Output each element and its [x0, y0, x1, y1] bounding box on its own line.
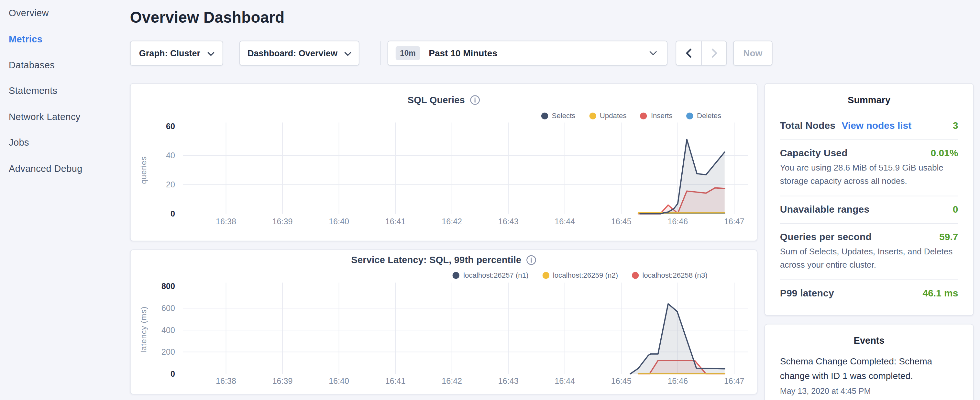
y-tick-label: 0	[170, 369, 175, 378]
series-area-localhost-26257-n1-	[630, 304, 725, 374]
summary-value: 0.01%	[931, 148, 958, 159]
chevron-right-icon	[711, 48, 717, 58]
y-tick-label: 20	[166, 180, 175, 189]
summary-title: Summary	[780, 94, 958, 105]
x-tick-label: 16:39	[272, 217, 293, 226]
sidebar-item-network-latency[interactable]: Network Latency	[0, 104, 122, 129]
events-panel: Events Schema Change Completed: Schema c…	[765, 324, 974, 400]
y-tick-label: 40	[166, 151, 175, 160]
summary-row: P99 latency46.1 ms	[780, 279, 958, 307]
db-console-app: OverviewMetricsDatabasesStatementsNetwor…	[0, 0, 980, 400]
x-tick-label: 16:44	[555, 376, 575, 386]
x-tick-label: 16:40	[329, 217, 349, 226]
x-tick-label: 16:41	[385, 376, 406, 386]
event-item[interactable]: Schema Change Completed: Schema change w…	[780, 354, 958, 395]
sql-queries-plot: 16:3816:3916:4016:4116:4216:4316:4416:45…	[131, 84, 758, 242]
x-tick-label: 16:41	[385, 217, 406, 226]
chevron-down-icon	[344, 51, 351, 56]
chevron-down-icon	[649, 51, 657, 55]
event-text: Schema Change Completed: Schema change w…	[780, 354, 945, 383]
service-latency-plot: 16:3816:3916:4016:4116:4216:4316:4416:45…	[131, 250, 758, 395]
summary-row-line: Unavailable ranges0	[780, 204, 958, 215]
time-backward-button[interactable]	[676, 41, 701, 65]
toolbar: Graph: Cluster Dashboard: Overview 10m P…	[130, 41, 780, 66]
x-tick-label: 16:42	[442, 217, 462, 226]
sidebar-list: OverviewMetricsDatabasesStatementsNetwor…	[0, 0, 122, 181]
summary-row: Total NodesView nodes list3	[780, 113, 958, 139]
summary-row: Capacity Used0.01%You are using 28.6 MiB…	[780, 139, 958, 196]
sidebar-item-metrics[interactable]: Metrics	[0, 26, 122, 52]
summary-row-line: Total NodesView nodes list3	[780, 120, 958, 131]
dashboard-dropdown-label: Dashboard: Overview	[248, 48, 337, 58]
summary-value: 46.1 ms	[923, 288, 958, 299]
page-title: Overview Dashboard	[130, 9, 285, 26]
graph-dropdown-label: Graph: Cluster	[139, 48, 200, 58]
summary-row-line: P99 latency46.1 ms	[780, 288, 958, 299]
summary-label: Capacity Used	[780, 148, 848, 159]
x-tick-label: 16:42	[442, 376, 462, 386]
summary-label: Unavailable ranges	[780, 204, 869, 215]
x-tick-label: 16:38	[216, 376, 236, 386]
summary-row-line: Queries per second59.7	[780, 231, 958, 243]
view-nodes-link[interactable]: View nodes list	[842, 120, 912, 131]
sidebar-item-overview[interactable]: Overview	[0, 0, 122, 26]
time-window-badge: 10m	[396, 46, 420, 60]
summary-note: Sum of Selects, Updates, Inserts, and De…	[780, 245, 958, 271]
summary-value: 0	[953, 204, 958, 215]
summary-value: 3	[953, 120, 958, 131]
summary-row-line: Capacity Used0.01%	[780, 148, 958, 159]
x-tick-label: 16:46	[667, 376, 688, 386]
y-tick-label: 400	[161, 325, 175, 335]
now-button[interactable]: Now	[733, 41, 773, 66]
x-tick-label: 16:46	[667, 217, 688, 226]
x-tick-label: 16:47	[724, 376, 745, 386]
service-latency-chart-card: Service Latency: SQL, 99th percentile lo…	[130, 250, 757, 395]
sidebar: OverviewMetricsDatabasesStatementsNetwor…	[0, 0, 122, 181]
x-tick-label: 16:47	[724, 217, 745, 226]
summary-label: P99 latency	[780, 288, 834, 299]
chevron-down-icon	[207, 51, 214, 56]
event-timestamp: May 13, 2020 at 4:45 PM	[780, 386, 958, 396]
gridlines	[183, 123, 748, 214]
time-window-label: Past 10 Minutes	[429, 48, 497, 58]
events-list: Schema Change Completed: Schema change w…	[780, 354, 958, 395]
x-tick-label: 16:43	[498, 376, 519, 386]
events-title: Events	[780, 335, 958, 346]
dashboard-dropdown[interactable]: Dashboard: Overview	[239, 41, 360, 66]
time-pager	[676, 41, 727, 66]
y-tick-label: 600	[161, 304, 175, 312]
x-tick-label: 16:45	[611, 217, 632, 226]
sidebar-item-advanced-debug[interactable]: Advanced Debug	[0, 155, 122, 181]
graph-dropdown[interactable]: Graph: Cluster	[130, 41, 223, 66]
sidebar-item-jobs[interactable]: Jobs	[0, 129, 122, 155]
x-tick-label: 16:39	[272, 376, 293, 386]
summary-value: 59.7	[939, 231, 958, 243]
summary-label: Total Nodes	[780, 120, 835, 131]
summary-row: Unavailable ranges0	[780, 196, 958, 223]
y-tick-label: 800	[161, 282, 175, 291]
sidebar-item-statements[interactable]: Statements	[0, 78, 122, 104]
x-tick-label: 16:45	[611, 376, 632, 386]
time-range-dropdown[interactable]: 10m Past 10 Minutes	[388, 41, 667, 66]
x-tick-label: 16:38	[216, 217, 236, 226]
series-area-selects	[640, 139, 725, 214]
y-tick-label: 0	[170, 209, 175, 218]
summary-panel: Summary Total NodesView nodes list3Capac…	[765, 83, 974, 316]
x-tick-label: 16:43	[498, 217, 519, 226]
summary-note: You are using 28.6 MiB of 515.9 GiB usab…	[780, 162, 958, 187]
summary-label: Queries per second	[780, 231, 872, 243]
summary-row: Queries per second59.7Sum of Selects, Up…	[780, 223, 958, 280]
sql-queries-chart-card: SQL Queries SelectsUpdatesInsertsDeletes…	[130, 83, 757, 241]
y-tick-label: 200	[161, 347, 175, 356]
x-tick-label: 16:40	[329, 376, 349, 386]
y-tick-label: 60	[166, 122, 175, 131]
toolbar-divider	[380, 41, 381, 65]
x-tick-label: 16:44	[555, 217, 575, 226]
time-forward-button[interactable]	[701, 41, 726, 65]
y-axis-title: latency (ms)	[139, 306, 148, 353]
sidebar-item-databases[interactable]: Databases	[0, 52, 122, 78]
y-axis-title: queries	[139, 156, 148, 184]
chevron-left-icon	[686, 48, 692, 58]
summary-rows: Total NodesView nodes list3Capacity Used…	[780, 113, 958, 307]
